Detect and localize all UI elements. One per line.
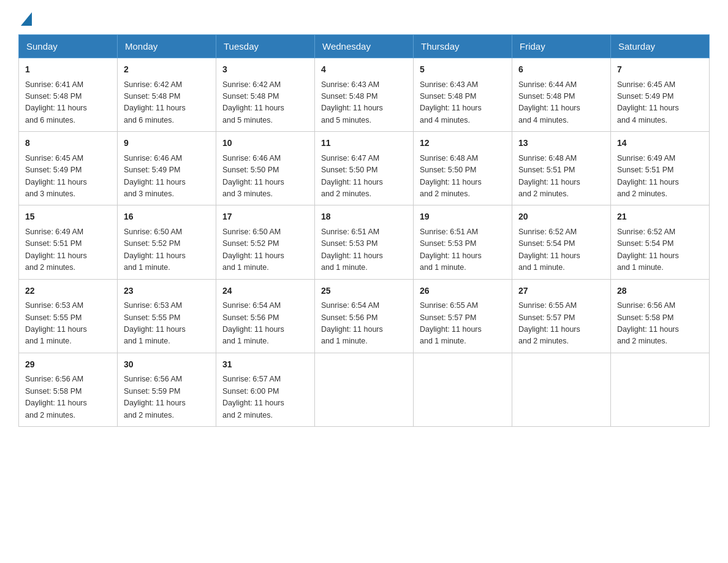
day-number: 13 [518, 137, 604, 150]
sunrise-text: Sunrise: 6:44 AM [518, 79, 604, 91]
daylight-text: Daylight: 11 hours [321, 250, 407, 262]
daylight-text-cont: and 1 minute. [518, 262, 604, 274]
sunset-text: Sunset: 5:57 PM [518, 312, 604, 324]
daylight-text: Daylight: 11 hours [321, 102, 407, 114]
sunset-text: Sunset: 5:52 PM [222, 238, 308, 250]
header-tuesday: Tuesday [216, 35, 315, 58]
day-number: 11 [321, 137, 407, 150]
daylight-text-cont: and 4 minutes. [518, 115, 604, 126]
daylight-text: Daylight: 11 hours [222, 102, 308, 114]
calendar-cell [611, 353, 710, 426]
calendar-cell: 1Sunrise: 6:41 AMSunset: 5:48 PMDaylight… [19, 58, 118, 132]
calendar-cell: 9Sunrise: 6:46 AMSunset: 5:49 PMDaylight… [118, 132, 216, 205]
sunset-text: Sunset: 5:57 PM [420, 312, 506, 324]
daylight-text-cont: and 3 minutes. [222, 188, 308, 200]
sunrise-text: Sunrise: 6:42 AM [222, 79, 308, 91]
daylight-text: Daylight: 11 hours [124, 397, 210, 409]
sunset-text: Sunset: 5:49 PM [124, 164, 210, 176]
calendar-cell: 21Sunrise: 6:52 AMSunset: 5:54 PMDayligh… [611, 205, 710, 279]
sunset-text: Sunset: 5:50 PM [420, 164, 506, 176]
sunset-text: Sunset: 5:55 PM [124, 312, 210, 324]
sunrise-text: Sunrise: 6:41 AM [25, 79, 111, 91]
daylight-text-cont: and 1 minute. [124, 262, 210, 274]
sunset-text: Sunset: 5:53 PM [321, 238, 407, 250]
daylight-text: Daylight: 11 hours [222, 397, 308, 409]
sunset-text: Sunset: 5:54 PM [617, 238, 703, 250]
daylight-text: Daylight: 11 hours [321, 324, 407, 335]
sunrise-text: Sunrise: 6:54 AM [222, 300, 308, 312]
daylight-text: Daylight: 11 hours [420, 324, 506, 335]
sunset-text: Sunset: 5:50 PM [321, 164, 407, 176]
calendar-cell: 14Sunrise: 6:49 AMSunset: 5:51 PMDayligh… [611, 132, 710, 205]
calendar-cell: 22Sunrise: 6:53 AMSunset: 5:55 PMDayligh… [19, 279, 118, 353]
daylight-text-cont: and 2 minutes. [420, 188, 506, 200]
daylight-text: Daylight: 11 hours [25, 102, 111, 114]
calendar-cell: 6Sunrise: 6:44 AMSunset: 5:48 PMDaylight… [512, 58, 611, 132]
day-number: 8 [25, 137, 111, 150]
day-number: 15 [25, 210, 111, 224]
daylight-text: Daylight: 11 hours [222, 250, 308, 262]
calendar-cell: 26Sunrise: 6:55 AMSunset: 5:57 PMDayligh… [414, 279, 512, 353]
daylight-text-cont: and 5 minutes. [222, 115, 308, 126]
daylight-text-cont: and 2 minutes. [321, 188, 407, 200]
calendar-cell: 24Sunrise: 6:54 AMSunset: 5:56 PMDayligh… [216, 279, 315, 353]
sunrise-text: Sunrise: 6:42 AM [124, 79, 210, 91]
day-number: 26 [420, 285, 506, 298]
logo [18, 12, 32, 22]
calendar-cell: 12Sunrise: 6:48 AMSunset: 5:50 PMDayligh… [414, 132, 512, 205]
calendar-cell: 10Sunrise: 6:46 AMSunset: 5:50 PMDayligh… [216, 132, 315, 205]
day-number: 17 [222, 210, 308, 224]
sunset-text: Sunset: 5:52 PM [124, 238, 210, 250]
sunset-text: Sunset: 5:51 PM [617, 164, 703, 176]
day-number: 18 [321, 210, 407, 224]
daylight-text-cont: and 1 minute. [25, 335, 111, 347]
sunrise-text: Sunrise: 6:57 AM [222, 373, 308, 385]
calendar-cell: 25Sunrise: 6:54 AMSunset: 5:56 PMDayligh… [315, 279, 414, 353]
page-header [18, 12, 710, 22]
sunrise-text: Sunrise: 6:45 AM [25, 153, 111, 164]
daylight-text-cont: and 3 minutes. [25, 188, 111, 200]
sunset-text: Sunset: 5:55 PM [25, 312, 111, 324]
sunrise-text: Sunrise: 6:46 AM [222, 153, 308, 164]
week-row-2: 8Sunrise: 6:45 AMSunset: 5:49 PMDaylight… [19, 132, 710, 205]
day-number: 24 [222, 285, 308, 298]
sunrise-text: Sunrise: 6:46 AM [124, 153, 210, 164]
header-thursday: Thursday [414, 35, 512, 58]
sunrise-text: Sunrise: 6:53 AM [124, 300, 210, 312]
sunset-text: Sunset: 5:50 PM [222, 164, 308, 176]
sunrise-text: Sunrise: 6:43 AM [420, 79, 506, 91]
day-number: 4 [321, 63, 407, 77]
calendar-cell: 8Sunrise: 6:45 AMSunset: 5:49 PMDaylight… [19, 132, 118, 205]
sunrise-text: Sunrise: 6:55 AM [420, 300, 506, 312]
calendar-cell: 16Sunrise: 6:50 AMSunset: 5:52 PMDayligh… [118, 205, 216, 279]
logo-top [18, 12, 32, 25]
daylight-text: Daylight: 11 hours [518, 324, 604, 335]
day-number: 21 [617, 210, 703, 224]
calendar-cell: 13Sunrise: 6:48 AMSunset: 5:51 PMDayligh… [512, 132, 611, 205]
header-sunday: Sunday [19, 35, 118, 58]
calendar-cell: 18Sunrise: 6:51 AMSunset: 5:53 PMDayligh… [315, 205, 414, 279]
sunset-text: Sunset: 5:58 PM [617, 312, 703, 324]
sunrise-text: Sunrise: 6:48 AM [420, 153, 506, 164]
calendar-table: SundayMondayTuesdayWednesdayThursdayFrid… [18, 34, 710, 427]
daylight-text: Daylight: 11 hours [222, 324, 308, 335]
calendar-cell: 2Sunrise: 6:42 AMSunset: 5:48 PMDaylight… [118, 58, 216, 132]
daylight-text: Daylight: 11 hours [25, 324, 111, 335]
sunset-text: Sunset: 5:51 PM [518, 164, 604, 176]
daylight-text-cont: and 2 minutes. [124, 410, 210, 421]
calendar-cell: 31Sunrise: 6:57 AMSunset: 6:00 PMDayligh… [216, 353, 315, 426]
sunrise-text: Sunrise: 6:53 AM [25, 300, 111, 312]
calendar-cell [414, 353, 512, 426]
daylight-text: Daylight: 11 hours [25, 397, 111, 409]
week-row-3: 15Sunrise: 6:49 AMSunset: 5:51 PMDayligh… [19, 205, 710, 279]
daylight-text-cont: and 1 minute. [321, 262, 407, 274]
calendar-cell: 27Sunrise: 6:55 AMSunset: 5:57 PMDayligh… [512, 279, 611, 353]
daylight-text-cont: and 1 minute. [222, 262, 308, 274]
sunrise-text: Sunrise: 6:43 AM [321, 79, 407, 91]
daylight-text-cont: and 3 minutes. [124, 188, 210, 200]
calendar-cell: 7Sunrise: 6:45 AMSunset: 5:49 PMDaylight… [611, 58, 710, 132]
day-number: 14 [617, 137, 703, 150]
daylight-text-cont: and 2 minutes. [617, 335, 703, 347]
calendar-cell: 17Sunrise: 6:50 AMSunset: 5:52 PMDayligh… [216, 205, 315, 279]
calendar-cell: 23Sunrise: 6:53 AMSunset: 5:55 PMDayligh… [118, 279, 216, 353]
